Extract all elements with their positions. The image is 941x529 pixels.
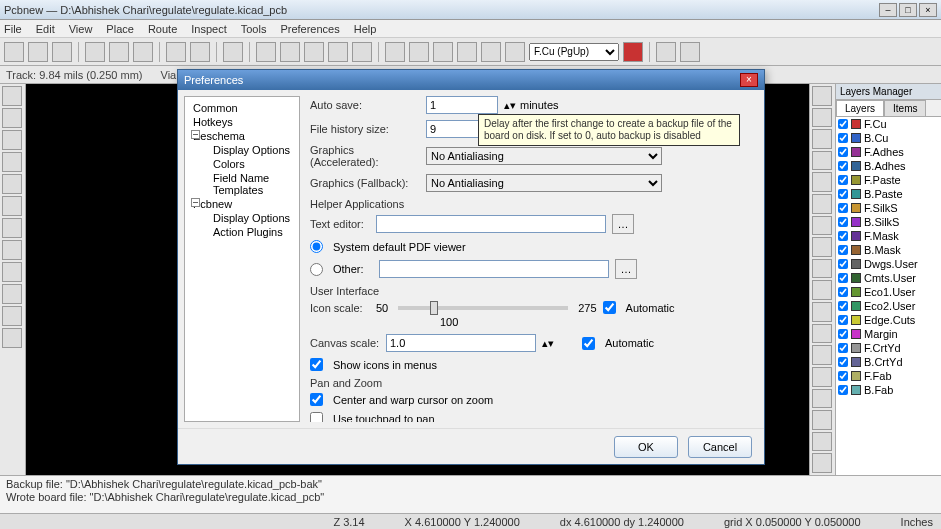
draw-circle-icon[interactable] [812,280,832,300]
print-icon[interactable] [109,42,129,62]
layer-swatch[interactable] [851,217,861,227]
layer-visible-check[interactable] [838,133,848,143]
ratsnest-icon[interactable] [457,42,477,62]
draw-line-icon[interactable] [812,259,832,279]
layer-item[interactable]: F.Adhes [836,145,941,159]
layer-item[interactable]: B.Fab [836,383,941,397]
tree-ee-display[interactable]: Display Options [189,143,295,157]
dimension-icon[interactable] [812,367,832,387]
keepout-icon[interactable] [812,237,832,257]
menu-tools[interactable]: Tools [241,23,267,35]
spinner-icon[interactable]: ▴▾ [542,337,552,350]
tree-pcb-action[interactable]: Action Plugins [189,225,295,239]
layer-color-icon[interactable] [623,42,643,62]
touchpad-check[interactable] [310,412,323,422]
menu-view[interactable]: View [69,23,93,35]
layer-swatch[interactable] [851,147,861,157]
mm-icon[interactable] [2,152,22,172]
layer-visible-check[interactable] [838,119,848,129]
save-icon[interactable] [52,42,72,62]
inches-icon[interactable] [2,130,22,150]
page-icon[interactable] [85,42,105,62]
origin-icon[interactable] [812,432,832,452]
layer-item[interactable]: B.Paste [836,187,941,201]
find-icon[interactable] [223,42,243,62]
layer-swatch[interactable] [851,301,861,311]
tab-layers[interactable]: Layers [836,100,884,117]
zoom-select-icon[interactable] [352,42,372,62]
layer-item[interactable]: B.Mask [836,243,941,257]
layer-item[interactable]: F.Cu [836,117,941,131]
layer-swatch[interactable] [851,245,861,255]
layer-selector[interactable]: F.Cu (PgUp) [529,43,619,61]
scripting-icon[interactable] [656,42,676,62]
layer-visible-check[interactable] [838,203,848,213]
measure-icon[interactable] [812,453,832,473]
layer-item[interactable]: Eco1.User [836,285,941,299]
layer-visible-check[interactable] [838,161,848,171]
layer-swatch[interactable] [851,385,861,395]
maximize-button[interactable]: □ [899,3,917,17]
layer-item[interactable]: F.CrtYd [836,341,941,355]
undo-icon[interactable] [166,42,186,62]
layer-item[interactable]: B.SilkS [836,215,941,229]
tab-items[interactable]: Items [884,100,926,117]
layer-swatch[interactable] [851,231,861,241]
layer-item[interactable]: Cmts.User [836,271,941,285]
gaccel-select[interactable]: No Antialiasing [426,147,662,165]
fp-editor-icon[interactable] [409,42,429,62]
layer-swatch[interactable] [851,161,861,171]
collapse-icon[interactable]: – [191,130,200,139]
grid-dots-icon[interactable] [2,86,22,106]
iconscale-slider[interactable] [398,306,568,310]
layer-swatch[interactable] [851,259,861,269]
plot-icon[interactable] [133,42,153,62]
layer-swatch[interactable] [851,287,861,297]
highlight-net-icon[interactable] [812,108,832,128]
pad-fill-icon[interactable] [2,240,22,260]
layer-item[interactable]: F.Mask [836,229,941,243]
layer-swatch[interactable] [851,343,861,353]
layers-setup-icon[interactable] [505,42,525,62]
target-icon[interactable] [812,389,832,409]
select-icon[interactable] [812,86,832,106]
layer-visible-check[interactable] [838,231,848,241]
pdf-other-input[interactable] [379,260,609,278]
layer-visible-check[interactable] [838,189,848,199]
tree-pcbnew[interactable]: –Pcbnew [189,197,295,211]
layer-item[interactable]: Margin [836,327,941,341]
dialog-close-button[interactable]: × [740,73,758,87]
ok-button[interactable]: OK [614,436,678,458]
canvasscale-auto-check[interactable] [582,337,595,350]
add-via-icon[interactable] [812,194,832,214]
add-zone-icon[interactable] [812,216,832,236]
tree-common[interactable]: Common [189,101,295,115]
cursor-shape-icon[interactable] [2,174,22,194]
layer-item[interactable]: F.Fab [836,369,941,383]
layer-visible-check[interactable] [838,385,848,395]
layer-swatch[interactable] [851,133,861,143]
centerwarp-check[interactable] [310,393,323,406]
zoom-fit-icon[interactable] [328,42,348,62]
layer-visible-check[interactable] [838,301,848,311]
polar-icon[interactable] [2,108,22,128]
layer-visible-check[interactable] [838,315,848,325]
tree-ee-colors[interactable]: Colors [189,157,295,171]
contrast-icon[interactable] [2,306,22,326]
new-icon[interactable] [4,42,24,62]
add-footprint-icon[interactable] [812,151,832,171]
cancel-button[interactable]: Cancel [688,436,752,458]
layer-visible-check[interactable] [838,175,848,185]
collapse-icon[interactable]: – [191,198,200,207]
layer-swatch[interactable] [851,315,861,325]
iconscale-auto-check[interactable] [603,301,616,314]
browse-editor-button[interactable]: … [612,214,634,234]
track-size[interactable]: Track: 9.84 mils (0.250 mm) [6,69,143,81]
fill-zones-icon[interactable] [2,218,22,238]
add-text-icon[interactable] [812,345,832,365]
layer-swatch[interactable] [851,175,861,185]
layer-item[interactable]: F.SilkS [836,201,941,215]
ratsnest-toggle-icon[interactable] [2,196,22,216]
zoom-out-icon[interactable] [304,42,324,62]
footprint-icon[interactable] [385,42,405,62]
